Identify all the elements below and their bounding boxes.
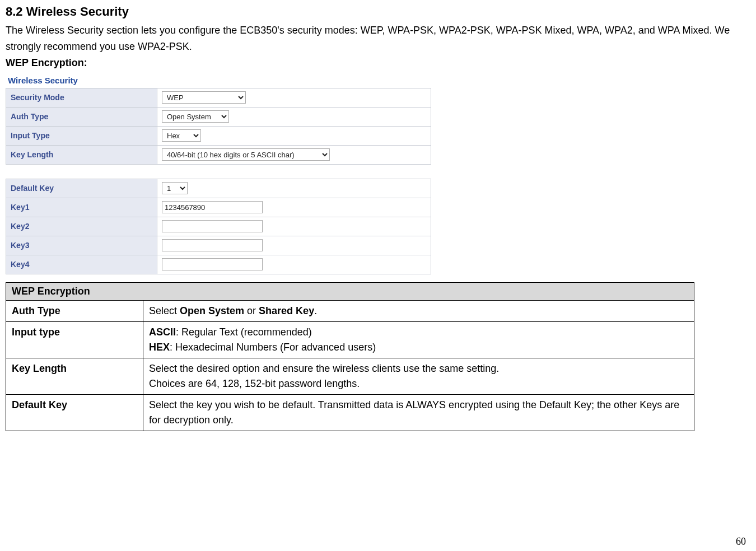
- row-key3: Key3: [6, 236, 431, 255]
- desc-header: WEP Encryption: [6, 282, 694, 300]
- page-number: 60: [736, 536, 746, 548]
- description-table: WEP Encryption Auth Type Select Open Sys…: [6, 282, 694, 431]
- settings-table: Security Mode WEP Auth Type Open System …: [6, 88, 431, 274]
- key3-input[interactable]: [162, 239, 263, 251]
- security-mode-select[interactable]: WEP: [162, 91, 246, 104]
- key1-input[interactable]: [162, 201, 263, 213]
- desc-row-auth-type: Auth Type Select Open System or Shared K…: [6, 300, 694, 321]
- desc-row-input-type: Input type ASCII: Regular Text (recommen…: [6, 321, 694, 358]
- auth-type-select[interactable]: Open System: [162, 110, 229, 123]
- default-key-select[interactable]: 1: [162, 182, 188, 194]
- row-security-mode: Security Mode WEP: [6, 88, 431, 107]
- label-key3: Key3: [6, 236, 157, 255]
- wireless-security-panel: Wireless Security Security Mode WEP Auth…: [6, 73, 431, 274]
- row-key2: Key2: [6, 217, 431, 236]
- label-key4: Key4: [6, 255, 157, 274]
- label-security-mode: Security Mode: [6, 88, 157, 107]
- row-key4: Key4: [6, 255, 431, 274]
- intro-paragraph: The Wireless Security section lets you c…: [6, 22, 750, 55]
- subheading: WEP Encryption:: [6, 57, 750, 69]
- section-heading: 8.2 Wireless Security: [6, 4, 750, 19]
- desc-row-key-length: Key Length Select the desired option and…: [6, 358, 694, 394]
- label-key2: Key2: [6, 217, 157, 236]
- key-length-select[interactable]: 40/64-bit (10 hex digits or 5 ASCII char…: [162, 148, 330, 161]
- row-key1: Key1: [6, 198, 431, 217]
- label-input-type: Input Type: [6, 126, 157, 145]
- row-key-length: Key Length 40/64-bit (10 hex digits or 5…: [6, 145, 431, 164]
- desc-row-default-key: Default Key Select the key you wish to b…: [6, 394, 694, 431]
- input-type-select[interactable]: Hex: [162, 129, 201, 142]
- key2-input[interactable]: [162, 220, 263, 232]
- label-key-length: Key Length: [6, 145, 157, 164]
- row-input-type: Input Type Hex: [6, 126, 431, 145]
- label-auth-type: Auth Type: [6, 107, 157, 126]
- panel-title: Wireless Security: [6, 73, 431, 88]
- label-key1: Key1: [6, 198, 157, 217]
- row-default-key: Default Key 1: [6, 179, 431, 198]
- label-default-key: Default Key: [6, 179, 157, 198]
- key4-input[interactable]: [162, 258, 263, 270]
- row-auth-type: Auth Type Open System: [6, 107, 431, 126]
